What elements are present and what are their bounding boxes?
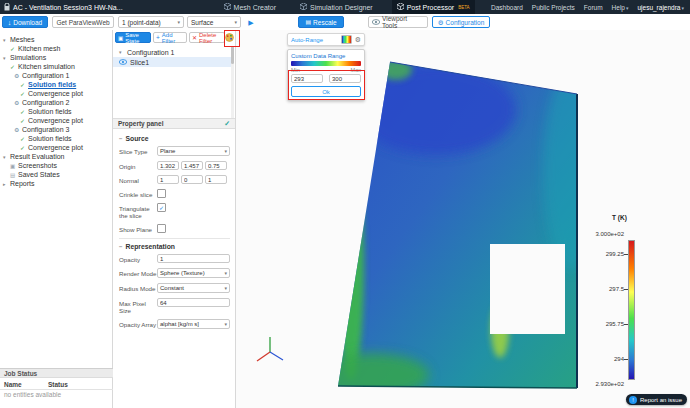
section-title: Representation bbox=[126, 243, 175, 250]
sidebar-item-saved-states[interactable]: ▤Saved States bbox=[0, 170, 112, 179]
item-label: Kitchen mesh bbox=[18, 45, 60, 52]
range-min-input[interactable] bbox=[291, 74, 323, 83]
sidebar-item-solution-fields-2[interactable]: ✓Solution fields bbox=[0, 107, 112, 116]
field-label: Normal bbox=[119, 175, 157, 184]
sidebar-item-solution-fields-3[interactable]: ✓Solution fields bbox=[0, 134, 112, 143]
origin-z-input[interactable] bbox=[205, 161, 227, 170]
section-divider bbox=[119, 238, 230, 239]
triangulate-checkbox[interactable]: ✓ bbox=[157, 203, 166, 212]
screenshots-icon: ▣ bbox=[10, 163, 16, 169]
section-source[interactable]: − Source bbox=[119, 135, 230, 142]
sidebar-item-kitchen-mesh[interactable]: ✓Kitchen mesh bbox=[0, 44, 112, 53]
nav-help-menu[interactable]: Help▾ bbox=[612, 4, 629, 11]
sidebar-item-convergence-plot-2[interactable]: ✓Convergence plot bbox=[0, 116, 112, 125]
tab-mesh-creator[interactable]: Mesh Creator bbox=[219, 0, 281, 14]
configuration-label: Configuration bbox=[446, 19, 485, 26]
sidebar-item-result-evaluation[interactable]: ▾Result Evaluation bbox=[0, 152, 112, 161]
representation-select[interactable]: Surface ▾ bbox=[187, 16, 241, 28]
item-label: Configuration 1 bbox=[22, 72, 69, 79]
pipeline-scrollbar[interactable] bbox=[231, 46, 234, 118]
nav-dashboard[interactable]: Dashboard bbox=[491, 4, 523, 11]
top-app-bar: AC - Ventilation Session3 HW-Na... Mesh … bbox=[0, 0, 690, 14]
field-origin: Origin bbox=[119, 161, 230, 170]
field-normal: Normal bbox=[119, 175, 230, 184]
show-plane-checkbox[interactable] bbox=[157, 224, 166, 233]
render-mode-select[interactable]: Sphere (Texture)▾ bbox=[157, 268, 230, 278]
job-status-header: Job Status bbox=[0, 368, 113, 378]
check-icon: ✓ bbox=[10, 63, 16, 70]
chevron-down-icon: ▾ bbox=[3, 55, 8, 61]
chevron-down-icon: ▾ bbox=[3, 37, 8, 43]
save-state-button[interactable]: ▣ Save State bbox=[115, 32, 151, 43]
tab-simulation-designer[interactable]: Simulation Designer bbox=[295, 0, 378, 14]
sidebar-item-convergence-plot-1[interactable]: ✓Convergence plot bbox=[0, 89, 112, 98]
item-label: Configuration 3 bbox=[22, 126, 69, 133]
opacity-array-select[interactable]: alphat [kg/m s]▾ bbox=[157, 319, 230, 329]
array-select[interactable]: 1 (point-data) ▾ bbox=[118, 16, 184, 28]
sidebar-item-configuration-3[interactable]: ⚙Configuration 3 bbox=[0, 125, 112, 134]
app-mode-tabs: Mesh Creator Simulation Designer Post Pr… bbox=[219, 0, 475, 14]
apply-check-icon[interactable]: ✓ bbox=[224, 120, 230, 128]
item-label: Reports bbox=[10, 180, 35, 187]
legend-tick-value: 299.25 bbox=[590, 251, 624, 257]
play-button[interactable]: ▶ bbox=[245, 16, 257, 28]
crinkle-slice-checkbox[interactable] bbox=[157, 189, 166, 198]
auto-range-toggle[interactable]: Auto-Range bbox=[291, 37, 338, 43]
collapse-icon[interactable]: − bbox=[119, 136, 123, 142]
configuration-button[interactable]: ⚙ Configuration bbox=[432, 16, 490, 28]
field-label: Opacity bbox=[119, 254, 157, 263]
visibility-eye-icon[interactable] bbox=[119, 59, 127, 66]
section-representation[interactable]: − Representation bbox=[119, 243, 230, 250]
radius-mode-value: Constant bbox=[160, 285, 184, 291]
colormap-icon[interactable] bbox=[341, 35, 352, 44]
slice-type-select[interactable]: Plane▾ bbox=[157, 146, 230, 156]
sidebar-item-convergence-plot-3[interactable]: ✓Convergence plot bbox=[0, 143, 112, 152]
report-issue-button[interactable]: ! Report an issue bbox=[626, 394, 687, 405]
palette-button[interactable] bbox=[225, 32, 234, 43]
gear-icon: ⚙ bbox=[438, 19, 444, 26]
pipeline-node-slice1[interactable]: Slice1 bbox=[113, 57, 231, 67]
sidebar-item-kitchen-simulation[interactable]: ✓Kitchen simulation bbox=[0, 62, 112, 71]
feedback-icon: ! bbox=[629, 396, 637, 404]
radius-mode-select[interactable]: Constant▾ bbox=[157, 283, 230, 293]
field-max-pixel-size: Max Pixel Size bbox=[119, 298, 230, 314]
item-label: Solution fields bbox=[28, 108, 72, 115]
chevron-down-icon: ▾ bbox=[224, 321, 227, 327]
add-filter-button[interactable]: + Add Filter bbox=[153, 32, 187, 43]
max-pixel-size-input[interactable] bbox=[157, 298, 230, 307]
normal-z-input[interactable] bbox=[205, 175, 227, 184]
job-status-columns: Name Status bbox=[0, 379, 113, 390]
normal-x-input[interactable] bbox=[157, 175, 179, 184]
delete-filter-button[interactable]: ✕ Delete Filter bbox=[189, 32, 225, 43]
gear-icon[interactable]: ⚙ bbox=[355, 36, 361, 43]
field-label: Radius Mode bbox=[119, 283, 157, 292]
collapse-icon[interactable]: − bbox=[119, 244, 123, 250]
sidebar-item-solution-fields-1[interactable]: ✓Solution fields bbox=[0, 80, 112, 89]
origin-x-input[interactable] bbox=[157, 161, 179, 170]
nav-public-projects[interactable]: Public Projects bbox=[532, 4, 575, 11]
range-ok-button[interactable]: Ok bbox=[291, 86, 361, 97]
download-button[interactable]: ↓ Download bbox=[2, 16, 48, 28]
sidebar-item-configuration-1[interactable]: ⚙Configuration 1 bbox=[0, 71, 112, 80]
sidebar-item-simulations[interactable]: ▾Simulations bbox=[0, 53, 112, 62]
opacity-input[interactable] bbox=[157, 254, 230, 263]
rescale-button[interactable]: ▤ Rescale bbox=[298, 16, 344, 28]
get-paraviewweb-button[interactable]: Get ParaViewWeb bbox=[52, 16, 114, 28]
field-show-plane: Show Plane bbox=[119, 224, 230, 233]
user-menu[interactable]: ujesu_rajendra▾ bbox=[637, 4, 684, 11]
range-max-input[interactable] bbox=[329, 74, 361, 83]
chevron-down-icon: ▾ bbox=[177, 19, 180, 25]
viewport-tools-button[interactable]: Viewport Tools bbox=[368, 16, 428, 28]
scrollbar-thumb[interactable] bbox=[231, 46, 234, 64]
normal-y-input[interactable] bbox=[181, 175, 203, 184]
pipeline-node-configuration[interactable]: ▾ Configuration 1 bbox=[113, 47, 231, 57]
tab-post-processor[interactable]: Post Processor BETA bbox=[392, 0, 475, 14]
add-filter-label: Add Filter bbox=[162, 32, 184, 44]
legend-title: T (K) bbox=[612, 214, 627, 221]
sidebar-item-configuration-2[interactable]: ⚙Configuration 2 bbox=[0, 98, 112, 107]
sidebar-item-reports[interactable]: ▸Reports bbox=[0, 179, 112, 188]
sidebar-item-meshes[interactable]: ▾Meshes bbox=[0, 35, 112, 44]
nav-forum[interactable]: Forum bbox=[584, 4, 603, 11]
origin-y-input[interactable] bbox=[181, 161, 203, 170]
sidebar-item-screenshots[interactable]: ▣Screenshots bbox=[0, 161, 112, 170]
